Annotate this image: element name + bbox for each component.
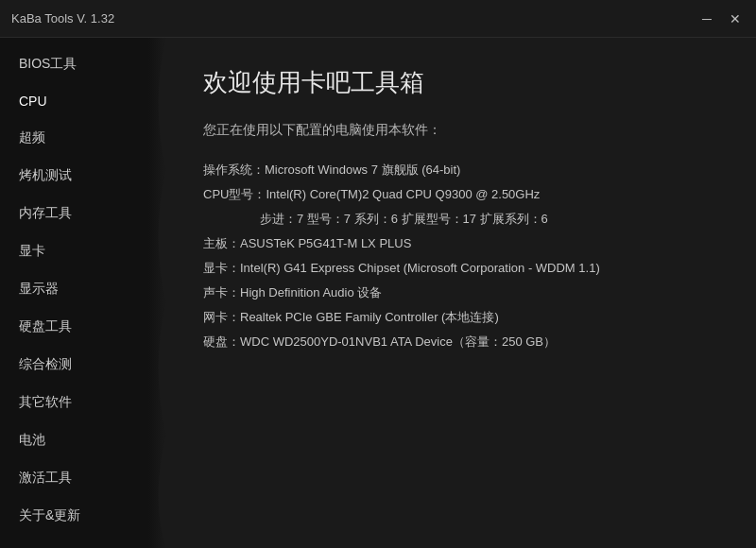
sidebar-item-memory[interactable]: 内存工具 <box>0 195 165 232</box>
sidebar-item-battery[interactable]: 电池 <box>0 421 165 459</box>
content-area: 欢迎使用卡吧工具箱 您正在使用以下配置的电脑使用本软件： 操作系统：Micros… <box>165 38 756 548</box>
system-info: 操作系统：Microsoft Windows 7 旗舰版 (64-bit) CP… <box>203 158 718 354</box>
page-title: 欢迎使用卡吧工具箱 <box>203 66 718 99</box>
os-info: 操作系统：Microsoft Windows 7 旗舰版 (64-bit) <box>203 158 718 182</box>
audio-info: 声卡：High Definition Audio 设备 <box>203 281 718 305</box>
close-button[interactable]: ✕ <box>726 12 745 26</box>
sidebar-item-disk[interactable]: 硬盘工具 <box>0 308 165 346</box>
content-subtitle: 您正在使用以下配置的电脑使用本软件： <box>203 122 718 139</box>
cpu-info: CPU型号：Intel(R) Core(TM)2 Quad CPU Q9300 … <box>203 182 718 207</box>
app-title: KaBa Tools V. 1.32 <box>11 11 114 26</box>
sidebar-item-monitor[interactable]: 显示器 <box>0 270 165 308</box>
network-info: 网卡：Realtek PCIe GBE Family Controller (本… <box>203 305 718 330</box>
window-controls: ─ ✕ <box>697 12 745 26</box>
title-bar: KaBa Tools V. 1.32 ─ ✕ <box>0 0 756 38</box>
minimize-button[interactable]: ─ <box>697 12 716 26</box>
sidebar-item-stress[interactable]: 烤机测试 <box>0 157 165 195</box>
sidebar-item-activate[interactable]: 激活工具 <box>0 459 165 497</box>
sidebar-item-diagnostic[interactable]: 综合检测 <box>0 346 165 384</box>
main-layout: BIOS工具 CPU 超频 烤机测试 内存工具 显卡 显示器 硬盘工具 综合检测… <box>0 38 756 548</box>
sidebar-item-about[interactable]: 关于&更新 <box>0 497 165 535</box>
sidebar-item-other[interactable]: 其它软件 <box>0 384 165 421</box>
gpu-info: 显卡：Intel(R) G41 Express Chipset (Microso… <box>203 256 718 281</box>
sidebar: BIOS工具 CPU 超频 烤机测试 内存工具 显卡 显示器 硬盘工具 综合检测… <box>0 38 165 548</box>
sidebar-item-bios[interactable]: BIOS工具 <box>0 45 165 83</box>
sidebar-item-cpu[interactable]: CPU <box>0 83 165 119</box>
cpu-detail-info: 步进：7 型号：7 系列：6 扩展型号：17 扩展系列：6 <box>203 207 718 231</box>
disk-info: 硬盘：WDC WD2500YD-01NVB1 ATA Device（容量：250… <box>203 330 718 354</box>
sidebar-item-overclock[interactable]: 超频 <box>0 119 165 157</box>
sidebar-item-gpu[interactable]: 显卡 <box>0 232 165 270</box>
sidebar-decoration <box>146 38 165 548</box>
motherboard-info: 主板：ASUSTeK P5G41T-M LX PLUS <box>203 231 718 256</box>
